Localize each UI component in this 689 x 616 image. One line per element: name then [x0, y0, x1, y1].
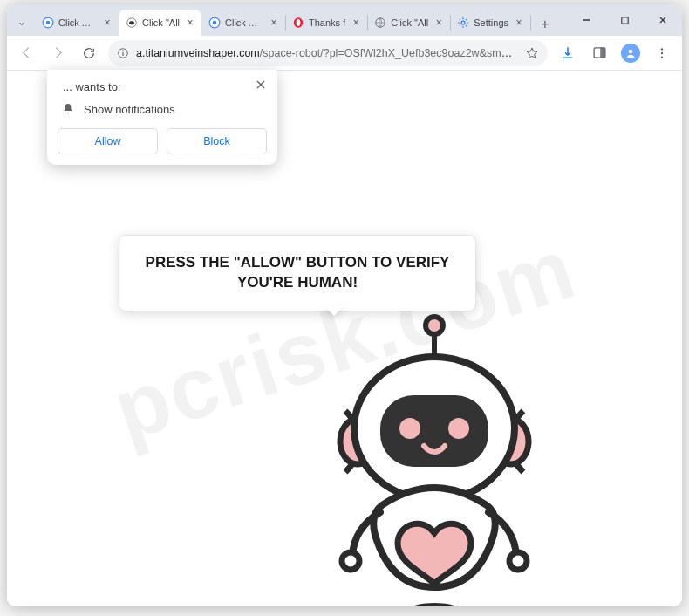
toolbar: a.titaniumveinshaper.com/space-robot/?pl… — [7, 36, 682, 71]
svg-point-19 — [661, 56, 663, 58]
tab-6[interactable]: Settings × — [450, 10, 530, 36]
block-button[interactable]: Block — [167, 128, 267, 154]
downloads-button[interactable] — [555, 40, 581, 66]
svg-point-7 — [297, 19, 301, 26]
svg-point-21 — [426, 317, 443, 334]
robot-illustration — [277, 306, 591, 606]
window-controls — [567, 4, 682, 36]
tab-label: Click Allo — [225, 17, 263, 28]
close-icon — [658, 15, 668, 25]
browser-window: Click Allo × Click "All × Click Allo × T… — [7, 4, 682, 606]
speech-bubble: PRESS THE "ALLOW" BUTTON TO VERIFY YOU'R… — [119, 235, 476, 311]
address-bar[interactable]: a.titaniumveinshaper.com/space-robot/?pl… — [108, 40, 548, 66]
svg-rect-13 — [122, 50, 123, 51]
url-text: a.titaniumveinshaper.com/space-robot/?pl… — [136, 47, 518, 59]
tab-close[interactable]: × — [101, 17, 113, 29]
tab-close[interactable]: × — [433, 17, 445, 29]
gear-icon — [457, 17, 469, 29]
site-info-icon[interactable] — [117, 47, 129, 59]
tab-close[interactable]: × — [184, 17, 196, 29]
tab-label: Settings — [474, 17, 508, 28]
nav-forward[interactable] — [45, 41, 70, 65]
opera-icon — [292, 17, 304, 29]
prompt-permission-text: Show notifications — [84, 103, 175, 116]
tab-strip: Click Allo × Click "All × Click Allo × T… — [7, 4, 682, 36]
svg-point-29 — [509, 552, 527, 570]
svg-point-9 — [461, 21, 465, 24]
new-tab-button[interactable]: + — [534, 13, 556, 36]
robot-icon — [126, 17, 138, 29]
avatar-icon — [621, 44, 640, 63]
tab-3[interactable]: Click Allo × — [201, 10, 285, 36]
tab-label: Thanks f — [309, 17, 345, 28]
svg-point-18 — [661, 51, 663, 53]
kebab-icon — [655, 46, 669, 60]
bell-icon — [61, 102, 75, 116]
sidepanel-icon — [592, 45, 607, 60]
tab-close[interactable]: × — [513, 17, 525, 29]
svg-rect-15 — [600, 48, 605, 58]
globe-icon — [374, 17, 386, 29]
svg-rect-25 — [380, 395, 488, 467]
tab-1[interactable]: Click Allo × — [35, 10, 119, 36]
reload-icon — [82, 46, 96, 60]
close-icon — [256, 79, 266, 90]
prompt-permission-row: Show notifications — [58, 102, 267, 116]
window-minimize[interactable] — [567, 4, 605, 36]
chrome-icon — [42, 17, 54, 29]
svg-point-5 — [213, 21, 217, 25]
svg-point-27 — [448, 418, 469, 439]
tab-label: Click "All — [142, 17, 180, 28]
bubble-line1: PRESS THE "ALLOW" BUTTON TO VERIFY — [139, 253, 456, 273]
svg-point-28 — [342, 552, 359, 570]
tab-label: Click Allo — [58, 17, 97, 28]
profile-button[interactable] — [617, 40, 644, 66]
tab-label: Click "All — [391, 17, 428, 28]
window-close[interactable] — [644, 4, 682, 36]
arrow-left-icon — [19, 45, 34, 60]
notification-prompt: ... wants to: Show notifications Allow B… — [47, 70, 277, 165]
bookmark-star-icon[interactable] — [525, 46, 539, 60]
allow-button[interactable]: Allow — [58, 128, 158, 154]
svg-rect-3 — [129, 21, 134, 24]
tab-4[interactable]: Thanks f × — [285, 10, 367, 36]
window-maximize[interactable] — [605, 4, 644, 36]
minimize-icon — [581, 15, 591, 25]
chrome-icon — [208, 17, 221, 29]
tab-close[interactable]: × — [268, 17, 280, 29]
arrow-right-icon — [51, 45, 65, 60]
page-content: pcrisk.com ... wants to: Show notificati… — [7, 71, 682, 606]
svg-point-30 — [412, 603, 457, 606]
svg-rect-10 — [621, 17, 627, 23]
bubble-line2: YOU'RE HUMAN! — [139, 273, 456, 293]
tab-2-active[interactable]: Click "All × — [119, 10, 201, 36]
svg-point-16 — [629, 49, 633, 53]
svg-point-1 — [46, 21, 51, 25]
nav-back[interactable] — [14, 41, 38, 65]
nav-reload[interactable] — [77, 41, 101, 65]
maximize-icon — [620, 16, 630, 25]
tab-close[interactable]: × — [350, 17, 362, 29]
menu-button[interactable] — [649, 40, 675, 66]
tab-5[interactable]: Click "All × — [367, 10, 450, 36]
toolbar-right — [555, 40, 675, 66]
svg-rect-12 — [122, 51, 123, 55]
svg-point-17 — [661, 48, 663, 50]
download-icon — [560, 45, 576, 61]
tablist-dropdown[interactable] — [12, 11, 31, 36]
chevron-down-icon — [17, 18, 27, 29]
svg-point-26 — [399, 418, 420, 439]
prompt-title: ... wants to: — [58, 80, 267, 93]
prompt-close[interactable] — [253, 77, 269, 92]
sidepanel-button[interactable] — [586, 40, 612, 66]
